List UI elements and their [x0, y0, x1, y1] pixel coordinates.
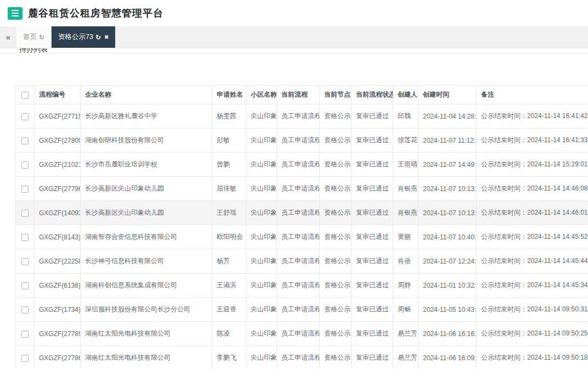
table-row[interactable]: GXGZF(27786) 湖南红太阳光电科技有限公司 李鹏飞 尖山印象 员工申请…: [16, 346, 588, 369]
cell-process: 员工申请流程: [277, 273, 320, 298]
cell-process: 员工申请流程: [277, 201, 320, 225]
cell-remark: 公示结束时间：2024-11-14 14:45:52: [477, 225, 588, 249]
tab-bar: « 首页 ↻ 资格公示73 ↻ ✖: [0, 26, 588, 48]
cell-process-id: GXGZF(6136): [35, 273, 81, 298]
cell-remark: 公示结束时间：2024-11-14 15:29:01: [477, 153, 588, 177]
cell-company: 湖南红太阳光电科技有限公司: [81, 322, 212, 346]
row-checkbox[interactable]: [21, 161, 29, 169]
cell-applicant: 王舒瑶: [212, 201, 246, 225]
table-row[interactable]: GXGZF(27715) 长沙高新区雅礼麓谷中学 杨雯茜 尖山印象 员工申请流程…: [16, 104, 588, 128]
col-header-process-id: 流程编号: [35, 86, 81, 104]
col-header-creator: 创建人: [393, 86, 419, 104]
cell-process: 员工申请流程: [277, 104, 320, 128]
row-checkbox[interactable]: [21, 331, 29, 338]
table-row[interactable]: GXGZF(1734) 深信服科技股份有限公司长沙分公司 王迎香 尖山印象 员工…: [16, 298, 588, 322]
cell-status: 复审已通过: [352, 225, 393, 249]
cell-company: 长沙高新区雅礼麓谷中学: [81, 104, 212, 128]
refresh-icon[interactable]: ↻: [39, 33, 44, 41]
cell-process: 员工申请流程: [277, 128, 320, 153]
cell-status: 复审已通过: [352, 273, 393, 298]
close-icon[interactable]: ✖: [104, 34, 109, 40]
col-header-status: 当前流程状态: [352, 86, 393, 104]
cell-status: 复审已通过: [352, 201, 393, 225]
cell-applicant: 陈凌: [212, 322, 246, 346]
cell-node: 资格公示: [320, 104, 352, 128]
cell-status: 复审已通过: [352, 298, 393, 322]
cell-process-id: GXGZF(27715): [35, 104, 81, 128]
table-row[interactable]: GXGZF(27789) 湖南红太阳光电科技有限公司 陈凌 尖山印象 员工申请流…: [16, 322, 588, 346]
panel-header-strip: 待办列表: [0, 48, 588, 53]
cell-community: 尖山印象: [246, 153, 277, 177]
hamburger-icon: [12, 10, 19, 11]
cell-process: 员工申请流程: [277, 249, 320, 273]
cell-status: 复审已通过: [352, 249, 393, 273]
cell-process: 员工申请流程: [277, 346, 320, 369]
cell-node: 资格公示: [320, 225, 352, 249]
row-checkbox-cell: [16, 249, 35, 273]
collapse-tabs-button[interactable]: «: [0, 26, 16, 48]
cell-applicant: 王淑滨: [212, 273, 246, 298]
cell-community: 尖山印象: [246, 177, 277, 201]
cell-applicant: 曾鹏: [212, 153, 246, 177]
cell-community: 尖山印象: [246, 249, 277, 273]
table-row[interactable]: GXGZF(21021) 长沙市岳麓职业培训学校 曾鹏 尖山印象 员工申请流程 …: [16, 153, 588, 177]
cell-community: 尖山印象: [246, 298, 277, 322]
col-header-process: 当前流程: [277, 86, 320, 104]
cell-process-id: GXGZF(21021): [35, 153, 81, 177]
row-checkbox[interactable]: [21, 186, 29, 193]
select-all-checkbox[interactable]: [21, 92, 29, 99]
cell-status: 复审已通过: [352, 128, 393, 153]
cell-applicant: 李鹏飞: [212, 346, 246, 369]
row-checkbox[interactable]: [21, 234, 29, 241]
table-header-row: 流程编号 企业名称 申请姓名 小区名称 当前流程 当前节点 当前流程状态 创建人…: [16, 86, 588, 104]
cell-applicant: 王迎香: [212, 298, 246, 322]
table-row[interactable]: GXGZF(27796) 长沙高新区尖山印象幼儿园 屈佳敏 尖山印象 员工申请流…: [16, 177, 588, 201]
table-row[interactable]: GXGZF(8143) 湖南智存合壹信息科技有限公司 欧阳明会 尖山印象 员工申…: [16, 225, 588, 249]
cell-remark: 公示结束时间：2024-11-14 09:50:18: [477, 346, 588, 369]
cell-status: 复审已通过: [352, 104, 393, 128]
cell-community: 尖山印象: [246, 346, 277, 369]
tab-qualification-publicity[interactable]: 资格公示73 ↻ ✖: [52, 26, 115, 48]
row-checkbox[interactable]: [21, 282, 29, 289]
cell-community: 尖山印象: [246, 273, 277, 298]
row-checkbox[interactable]: [21, 137, 29, 144]
table-body: GXGZF(27715) 长沙高新区雅礼麓谷中学 杨雯茜 尖山印象 员工申请流程…: [16, 104, 588, 369]
table-row[interactable]: GXGZF(14093) 长沙高新区尖山印象幼儿园 王舒瑶 尖山印象 员工申请流…: [16, 201, 588, 225]
row-checkbox[interactable]: [21, 306, 29, 314]
cell-applicant: 欧阳明会: [212, 225, 246, 249]
cell-remark: 公示结束时间：2024-11-14 09:50:25: [477, 322, 588, 346]
cell-process-id: GXGZF(22258): [35, 249, 81, 273]
cell-process-id: GXGZF(27786): [35, 346, 81, 369]
cell-node: 资格公示: [320, 177, 352, 201]
cell-applicant: 彭敏: [212, 128, 246, 153]
row-checkbox[interactable]: [21, 258, 29, 265]
tab-home[interactable]: 首页 ↻: [16, 26, 52, 48]
cell-created: 2024-11-04 14:28:59: [419, 104, 477, 128]
cell-created: 2024-11-06 16:16:59: [419, 322, 477, 346]
row-checkbox[interactable]: [21, 355, 29, 362]
col-header-company: 企业名称: [81, 86, 212, 104]
row-checkbox-cell: [16, 225, 35, 249]
cell-process-id: GXGZF(27800): [35, 128, 81, 153]
cell-created: 2024-11-07 10:40:45: [419, 225, 477, 249]
table-row[interactable]: GXGZF(6136) 湖南科创信息系统集成有限公司 王淑滨 尖山印象 员工申请…: [16, 273, 588, 298]
cell-process: 员工申请流程: [277, 153, 320, 177]
cell-status: 复审已通过: [352, 322, 393, 346]
row-checkbox-cell: [16, 201, 35, 225]
cell-creator: 徐莲花: [393, 128, 419, 153]
cell-status: 复审已通过: [352, 177, 393, 201]
cell-creator: 肖银燕: [393, 201, 419, 225]
cell-company: 长沙市岳麓职业培训学校: [81, 153, 212, 177]
menu-toggle-button[interactable]: [8, 7, 22, 20]
table-row[interactable]: GXGZF(22258) 长沙神弓信息科技有限公司 杨芳 尖山印象 员工申请流程…: [16, 249, 588, 273]
row-checkbox[interactable]: [21, 210, 29, 217]
row-checkbox-cell: [16, 128, 35, 153]
row-checkbox[interactable]: [21, 113, 29, 120]
row-checkbox-cell: [16, 346, 35, 369]
cell-process: 员工申请流程: [277, 322, 320, 346]
cell-creator: 邱魏: [393, 104, 419, 128]
refresh-icon[interactable]: ↻: [95, 33, 101, 41]
table-row[interactable]: GXGZF(27800) 湖南创研科技股份有限公司 彭敏 尖山印象 员工申请流程…: [16, 128, 588, 153]
cell-applicant: 杨芳: [212, 249, 246, 273]
row-checkbox-cell: [16, 104, 35, 128]
